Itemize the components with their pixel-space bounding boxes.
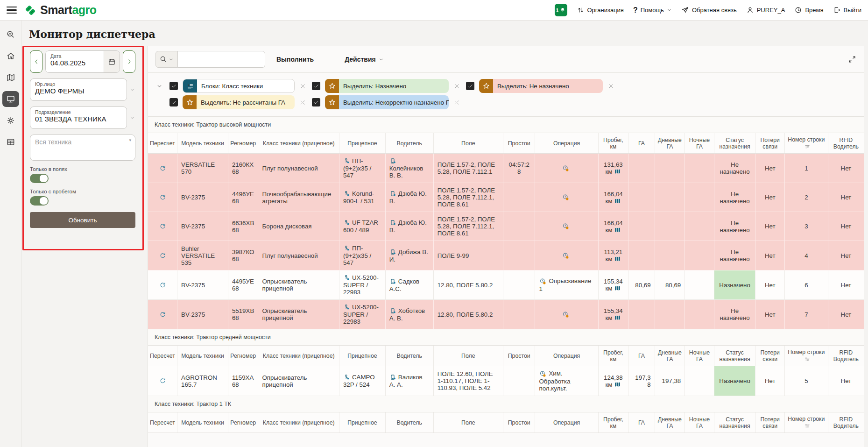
map-icon[interactable]	[614, 285, 621, 292]
chip-highlight[interactable]: Выделить: Не назначено	[479, 79, 603, 93]
division-select[interactable]: Подразделение 01 ЗВЕЗДА ТЕХНИКА	[30, 106, 127, 129]
calendar-button[interactable]	[104, 51, 120, 72]
logo-text: Smartagro	[40, 3, 97, 17]
recalc-icon[interactable]	[159, 311, 167, 319]
map-icon[interactable]	[614, 198, 621, 205]
map-icon[interactable]	[614, 255, 621, 263]
prev-date-button[interactable]	[30, 50, 42, 73]
main-area: Монитор диспетчера Дата 04.08.2025 Юр.ли…	[21, 21, 868, 447]
search-input[interactable]	[177, 51, 265, 68]
sidebar-item-map[interactable]	[1, 68, 20, 87]
execute-button[interactable]: Выполнить	[276, 56, 314, 63]
cell-status: Не назначено	[714, 183, 755, 212]
close-icon[interactable]	[299, 99, 306, 106]
cell-model: BV-2375	[177, 270, 228, 300]
map-icon[interactable]	[614, 314, 621, 321]
sidebar-item-analytics[interactable]	[1, 25, 20, 44]
refresh-button[interactable]: Обновить	[30, 212, 135, 228]
sidebar-item-monitor[interactable]	[1, 90, 20, 108]
column-header-status: Статус назначения	[714, 412, 755, 433]
legal-entity-select[interactable]: Юр.лицо ДЕМО ФЕРМЫ	[30, 78, 127, 101]
operation-history-icon	[562, 222, 570, 230]
cell-recalc[interactable]	[148, 241, 177, 270]
chevron-down-icon[interactable]	[129, 114, 135, 121]
sidebar-item-home[interactable]	[1, 47, 20, 65]
cell-row-number: 2	[784, 183, 828, 212]
next-date-button[interactable]	[123, 50, 135, 73]
chip-checkbox[interactable]	[312, 82, 320, 90]
column-header-row-number[interactable]: Номер строки	[784, 133, 828, 154]
actions-dropdown[interactable]: Действия	[345, 56, 384, 63]
chip-blocks[interactable]: Блоки: Класс техники	[183, 79, 295, 93]
map-icon[interactable]	[614, 227, 621, 234]
menu-item-logout[interactable]: Выйти	[833, 6, 862, 14]
cell-mileage: 166,04 км	[598, 212, 628, 241]
chevron-down-icon	[667, 7, 672, 13]
cell-recalc[interactable]	[148, 300, 177, 329]
cell-idle: 04:57:28	[503, 154, 535, 183]
close-icon[interactable]	[299, 83, 306, 90]
chip-highlight[interactable]: Выделить: Назначено	[325, 79, 449, 93]
menu-item-feedback[interactable]: Обратная связь	[681, 6, 737, 14]
chip-highlight[interactable]: Выделить: Некорректно назначено ПЗ	[325, 95, 449, 109]
map-icon[interactable]	[614, 381, 621, 388]
sort-ascending-icon[interactable]	[804, 356, 811, 362]
search-scope-button[interactable]	[155, 51, 178, 68]
dispatcher-table: ПересчетМодель техникиРегномерКласс техн…	[148, 412, 864, 433]
menu-item-label: PUREY_A	[757, 7, 785, 14]
cell-recalc[interactable]	[148, 183, 177, 212]
menu-item-organization[interactable]: Организация	[577, 6, 624, 14]
recalc-icon[interactable]	[159, 193, 167, 201]
date-field[interactable]: Дата 04.08.2025	[45, 50, 120, 73]
sidebar-item-registry[interactable]	[1, 133, 20, 151]
chip-label: Выделить: Некорректно назначено ПЗ	[339, 99, 449, 106]
logo[interactable]: Smartagro	[23, 3, 97, 17]
chip-checkbox[interactable]	[169, 98, 178, 106]
top-menu: 1 Организация?ПомощьОбратная связьPUREY_…	[555, 4, 862, 16]
expand-icon[interactable]	[848, 55, 856, 64]
group-label: Класс техники: Трактор высокой мощности	[148, 117, 864, 133]
close-icon[interactable]	[453, 83, 460, 90]
menu-item-time[interactable]: Время	[794, 6, 823, 14]
chip-checkbox[interactable]	[312, 98, 320, 106]
cell-recalc[interactable]	[148, 154, 177, 183]
column-header-rfid-driver: RFID Водитель	[828, 412, 864, 433]
chip-checkbox[interactable]	[466, 82, 474, 90]
hamburger-menu-icon[interactable]	[7, 7, 17, 14]
recalc-icon[interactable]	[159, 222, 167, 230]
map-icon[interactable]	[614, 168, 621, 175]
collapse-caret-icon[interactable]	[156, 83, 164, 89]
implement-icon	[343, 374, 351, 381]
person-icon	[746, 6, 754, 14]
menu-item-help[interactable]: ?Помощь	[633, 6, 672, 14]
menu-item-user[interactable]: PUREY_A	[746, 6, 785, 14]
sort-ascending-icon[interactable]	[804, 423, 811, 429]
recalc-icon[interactable]	[159, 252, 167, 260]
notifications-button[interactable]: 1	[555, 4, 567, 16]
cell-recalc[interactable]	[148, 270, 177, 300]
driver-icon	[389, 219, 397, 227]
chip-checkbox[interactable]	[169, 82, 178, 90]
column-header-row-number[interactable]: Номер строки	[784, 346, 828, 366]
cell-row-number: 7	[784, 300, 828, 329]
equipment-filter-input[interactable]: Вся техника ▾	[30, 135, 135, 161]
exit-icon	[833, 6, 841, 14]
column-header-row-number[interactable]: Номер строки	[784, 412, 828, 433]
only-in-fields-toggle[interactable]	[30, 174, 49, 183]
chip-highlight[interactable]: Выделить: Не рассчитаны ГА	[183, 95, 295, 109]
sort-ascending-icon[interactable]	[804, 143, 811, 150]
only-with-mileage-toggle[interactable]	[30, 196, 49, 206]
recalc-icon[interactable]	[159, 281, 167, 289]
cell-recalc[interactable]	[148, 366, 177, 396]
recalc-icon[interactable]	[159, 164, 167, 172]
cell-idle	[503, 183, 535, 212]
cell-recalc[interactable]	[148, 212, 177, 241]
sidebar-item-settings[interactable]	[1, 111, 20, 130]
chevron-down-icon[interactable]	[129, 86, 135, 93]
close-icon[interactable]	[453, 99, 460, 106]
recalc-icon[interactable]	[159, 377, 167, 385]
date-value: 04.08.2025	[50, 59, 85, 67]
column-header-mileage: Пробег, км	[598, 346, 628, 366]
close-icon[interactable]	[607, 83, 614, 90]
cell-operation	[535, 183, 598, 212]
